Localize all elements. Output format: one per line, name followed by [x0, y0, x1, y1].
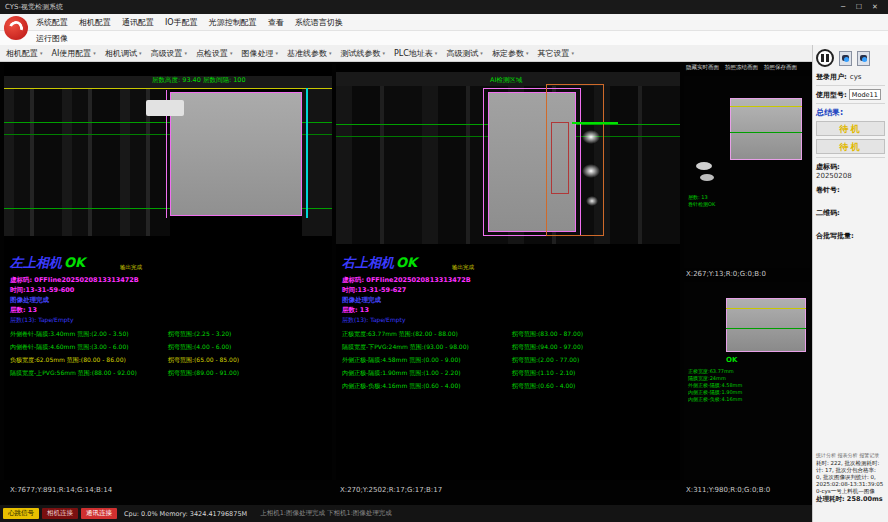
left-process-status: 图像处理完成 — [10, 296, 49, 305]
measurement-warn-range: 拐弯范围:(65.00 - 85.00) — [168, 356, 239, 365]
app-window: CYS-视觉检测系统 ─ ☐ ✕ 系统配置 相机配置 通讯配置 IO手配置 光源… — [0, 0, 888, 522]
left-camera-name: 左上相机 — [10, 255, 62, 270]
statistics-header: 统计分析 报表分析 报警记录 — [816, 452, 886, 458]
measurement-row: 内侧正极-隔膜:1.90mm 范围:(1.00 - 2.20)拐弯范围:(1.1… — [342, 369, 672, 381]
mini-stat-line: 内侧正极-负极:4.16mm — [688, 396, 742, 403]
statistics-line: 耗时: 222, 批次检测耗时: — [816, 460, 886, 467]
login-user-value: cys — [850, 73, 862, 81]
measurement-value: 隔膜宽度-上PVG:56mm 范围:(88.00 - 92.00) — [10, 369, 137, 376]
barcode-field-label: 虚标码: — [816, 162, 885, 172]
measurement-warn-range: 拐弯范围:(2.00 - 77.00) — [512, 356, 579, 365]
measurement-warn-range: 拐弯范围:(83.00 - 87.00) — [512, 330, 583, 339]
right-camera-image: AI检测区域 — [336, 72, 680, 244]
view-option-save[interactable]: 拍照保存画面 — [764, 64, 797, 71]
mini-ok-status: OK — [726, 356, 737, 364]
camera-connection-indicator: 相机连接 — [42, 508, 78, 519]
mini-views-column: 隐藏实时画面 拍照冻结画面 拍照保存画面 层数: 13 卷针检测OK X:267… — [684, 64, 810, 484]
total-result-label: 总结果: — [816, 107, 885, 118]
cell-block — [170, 92, 302, 216]
process-time-line: 处理耗时: 258.00ms — [816, 495, 886, 504]
mini-camera-view-top[interactable]: 层数: 13 卷针检测OK — [684, 76, 810, 268]
toolbar-camera-debug[interactable]: 相机调试 — [105, 48, 142, 59]
measurement-warn-range: 拐弯范围:(2.25 - 3.20) — [168, 330, 231, 339]
login-user-label: 登录用户: — [816, 72, 847, 82]
left-layer-count: 层数: 13 — [10, 306, 37, 315]
measurement-value: 外侧正极-隔膜:4.58mm 范围:(0.00 - 9.00) — [342, 356, 461, 363]
menu-item-io-config[interactable]: IO手配置 — [165, 17, 198, 28]
toolbar-calibration-params[interactable]: 标定参数 — [492, 48, 529, 59]
bright-green-segment — [572, 122, 618, 124]
menu-item-language[interactable]: 系统语言切换 — [295, 17, 343, 28]
view-option-freeze[interactable]: 拍照冻结画面 — [725, 64, 758, 71]
camera-view-right[interactable]: AI检测区域 右上相机OK 输出完成 虚标码: 0FFIine202502081… — [336, 64, 680, 480]
overlay-line-yellow — [730, 106, 802, 107]
batch-field-value — [816, 241, 885, 250]
toolbar-advanced-settings[interactable]: 高级设置 — [150, 48, 187, 59]
overlay-line-yellow — [4, 88, 332, 89]
right-output-status: 输出完成 — [452, 264, 474, 271]
close-button[interactable]: ✕ — [867, 1, 883, 13]
glow-spot — [586, 196, 598, 206]
menu-item-system-config[interactable]: 系统配置 — [36, 17, 68, 28]
pin-field-label: 卷针号: — [816, 185, 885, 195]
pin-field-value — [816, 195, 885, 204]
result-status-badge: 待机 — [816, 139, 885, 154]
divider — [816, 85, 885, 86]
minimize-button[interactable]: ─ — [835, 1, 851, 13]
left-view-coordinates: X:7677;Y:891;R:14;G:14;B:14 — [10, 486, 112, 494]
toolbar-baseline-params[interactable]: 基准线参数 — [287, 48, 332, 59]
measurement-row: 隔膜宽度-下PVG:24mm 范围:(93.00 - 98.00)拐弯范围:(9… — [342, 343, 672, 355]
result-status-badge: 待机 — [816, 121, 885, 136]
toolbar-other-settings[interactable]: 其它设置 — [537, 48, 574, 59]
measurement-value: 内侧正极-负极:4.16mm 范围:(0.60 - 4.00) — [342, 382, 461, 389]
divider — [816, 103, 885, 104]
measurement-value: 隔膜宽度-下PVG:24mm 范围:(93.00 - 98.00) — [342, 343, 469, 350]
statistics-line: 计: 17, 批次分包合格率: — [816, 467, 886, 474]
toolbar-advanced-test[interactable]: 高级测试 — [446, 48, 483, 59]
menu-item-light-config[interactable]: 光源控制配置 — [209, 17, 257, 28]
right-time: 时间:13-31-59-627 — [342, 286, 406, 295]
left-barcode: 虚标码: 0FFIine2025020813313472B — [10, 276, 139, 285]
app-logo-icon — [4, 16, 28, 40]
tab-run-image[interactable]: 运行图像 — [36, 33, 68, 44]
menu-bar: 系统配置 相机配置 通讯配置 IO手配置 光源控制配置 查看 系统语言切换 — [0, 14, 888, 31]
toolbar-ai-config[interactable]: AI使用配置 — [52, 48, 96, 59]
menu-item-comm-config[interactable]: 通讯配置 — [122, 17, 154, 28]
mini-top-coordinates: X:267;Y:13;R:0;G:0;B:0 — [686, 270, 766, 278]
measurement-warn-range: 拐弯范围:(89.00 - 91.00) — [168, 369, 239, 378]
mini-image-fragment — [730, 98, 802, 160]
toolbar-camera-config[interactable]: 相机配置 — [6, 48, 43, 59]
divider — [816, 157, 885, 158]
menu-item-view[interactable]: 查看 — [268, 17, 284, 28]
left-overlay-text: 层数高度: 93.40 层数间隔: 100 — [152, 76, 246, 85]
menu-item-camera-config[interactable]: 相机配置 — [79, 17, 111, 28]
toolbar-image-processing[interactable]: 图像处理 — [241, 48, 278, 59]
overlay-line-yellow — [726, 308, 806, 309]
toolbar-test-line-params[interactable]: 测试线参数 — [340, 48, 385, 59]
camera-live-button[interactable] — [857, 51, 870, 66]
camera-snapshot-button[interactable] — [839, 51, 852, 66]
bright-blob — [696, 162, 712, 170]
view-options: 隐藏实时画面 拍照冻结画面 拍照保存画面 — [686, 64, 797, 71]
toolbar-plc-address[interactable]: PLC地址表 — [394, 48, 437, 59]
camera-process-status: 上相机1:图像处理完成 下相机1:图像处理完成 — [260, 509, 392, 518]
toolbar-spot-check[interactable]: 点检设置 — [196, 48, 233, 59]
left-ok-status: OK — [64, 255, 85, 270]
view-option-hide-live[interactable]: 隐藏实时画面 — [686, 64, 719, 71]
title-bar: CYS-视觉检测系统 ─ ☐ ✕ — [0, 0, 888, 14]
pause-button[interactable] — [816, 49, 834, 67]
measurement-row: 正极宽度:63.77mm 范围:(82.00 - 88.00)拐弯范围:(83.… — [342, 330, 672, 342]
right-ok-status: OK — [396, 255, 417, 270]
mini-stat-line: 隔膜宽度:24mm — [688, 375, 742, 382]
camera-view-left[interactable]: 层数高度: 93.40 层数间隔: 100 左上相机OK 输出完成 虚标码: 0… — [4, 64, 332, 480]
right-view-coordinates: X:270;Y:2502;R:17;G:17;B:17 — [340, 486, 442, 494]
qr-field-label: 二维码: — [816, 208, 885, 218]
roi-rect-red — [551, 122, 569, 194]
edge-line-cyan — [306, 88, 308, 218]
maximize-button[interactable]: ☐ — [851, 1, 867, 13]
right-barcode: 虚标码: 0FFIine2025020813313472B — [342, 276, 471, 285]
right-result-line: 右上相机OK — [342, 254, 417, 272]
measurement-value: 正极宽度:63.77mm 范围:(82.00 - 88.00) — [342, 330, 458, 337]
model-select[interactable]: Mode11 — [849, 89, 881, 100]
mini-camera-view-bottom[interactable]: OK 正极宽度:63.77mm 隔膜宽度:24mm 外侧正极-隔膜:4.58mm… — [684, 282, 810, 480]
